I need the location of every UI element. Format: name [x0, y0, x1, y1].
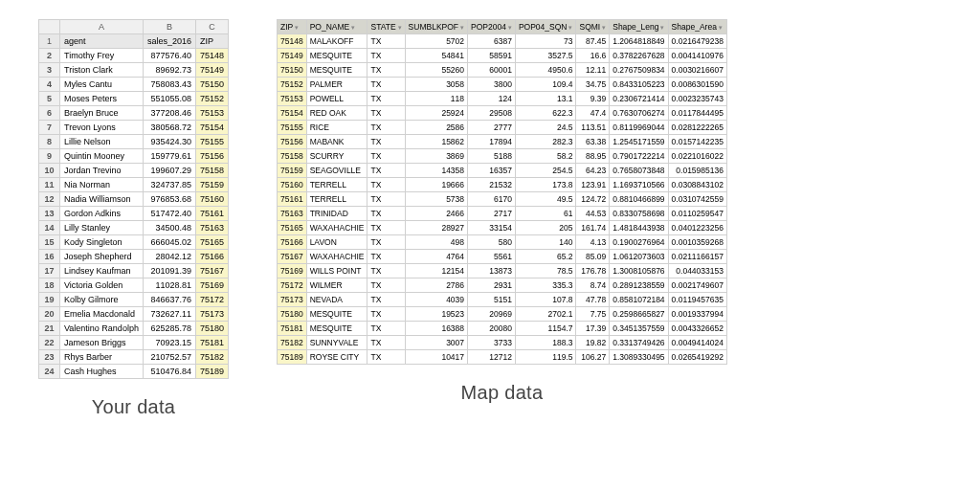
col-header[interactable]: PO_NAME▾ [306, 20, 368, 34]
cell-sumblkpof: 498 [405, 235, 467, 250]
cell-sqmi: 19.82 [576, 336, 610, 350]
cell-pop2004: 6387 [468, 34, 516, 49]
table-row: 23Rhys Barber210752.5775182 [39, 350, 229, 365]
cell-sales: 201091.39 [143, 264, 195, 278]
cell-pop04sqn: 1154.7 [515, 322, 576, 336]
col-header[interactable]: Shape_Leng▾ [610, 20, 668, 34]
filter-icon[interactable]: ▾ [568, 24, 572, 32]
row-number: 9 [39, 149, 60, 164]
cell-zip: 75152 [277, 78, 306, 92]
table-row: 75152PALMERTX30583800109.434.750.8433105… [277, 78, 726, 92]
cell-zip: 75172 [277, 278, 306, 293]
table-row: 75166LAVONTX4985801404.130.19002769640.0… [277, 235, 726, 250]
cell-pop2004: 2777 [468, 121, 516, 135]
cell-pop04sqn: 173.8 [515, 178, 576, 192]
cell-sumblkpof: 12154 [405, 264, 467, 278]
cell-zip: 75181 [195, 336, 228, 350]
cell-state: TX [368, 78, 405, 92]
row-number: 15 [39, 235, 60, 250]
filter-icon[interactable]: ▾ [398, 24, 402, 32]
cell-zip: 75182 [277, 336, 306, 350]
cell-pop2004: 2717 [468, 207, 516, 221]
table-row: 4Myles Cantu758083.4375150 [39, 78, 229, 92]
cell-shapeleng: 0.7658073848 [610, 164, 668, 178]
filter-icon[interactable]: ▾ [460, 24, 464, 32]
cell-sumblkpof: 5702 [405, 34, 467, 49]
table-row: 75163TRINIDADTX246627176144.530.83307586… [277, 207, 726, 221]
cell-sales: 877576.40 [143, 49, 195, 63]
cell-sqmi: 9.39 [576, 92, 610, 106]
table-row: 75155RICETX2586277724.5113.510.811996904… [277, 121, 726, 135]
cell-sqmi: 63.38 [576, 135, 610, 149]
cell-agent: Quintin Mooney [60, 149, 144, 164]
col-header[interactable]: SUMBLKPOF▾ [405, 20, 467, 34]
cell-sales: 976853.68 [143, 192, 195, 207]
cell-zip: 75159 [277, 164, 306, 178]
col-header[interactable]: ZIP▾ [277, 20, 306, 34]
header-zip: ZIP [195, 34, 228, 49]
table-row: 75159SEAGOVILLETX1435816357254.564.230.7… [277, 164, 726, 178]
col-letter: B [143, 20, 195, 34]
cell-state: TX [368, 164, 405, 178]
filter-icon[interactable]: ▾ [508, 24, 512, 32]
cell-shapearea: 0.0281222265 [668, 121, 726, 135]
your-data-table: A B C 1 agent sales_2016 ZIP 2Timothy Fr… [38, 19, 229, 379]
cell-state: TX [368, 221, 405, 235]
cell-sumblkpof: 10417 [405, 350, 467, 365]
cell-sales: 70923.15 [143, 336, 195, 350]
col-header[interactable]: SQMI▾ [576, 20, 610, 34]
table-row: 24Cash Hughes510476.8475189 [39, 365, 229, 379]
cell-sales: 89692.73 [143, 63, 195, 78]
table-row: 75149MESQUITETX54841585913527.516.60.378… [277, 49, 726, 63]
row-number: 8 [39, 135, 60, 149]
filter-icon[interactable]: ▾ [719, 24, 723, 32]
col-header[interactable]: POP2004▾ [468, 20, 516, 34]
cell-pop04sqn: 73 [515, 34, 576, 49]
cell-shapearea: 0.0110259547 [668, 207, 726, 221]
cell-shapeleng: 0.3451357559 [610, 322, 668, 336]
cell-poname: ROYSE CITY [306, 350, 368, 365]
cell-sales: 758083.43 [143, 78, 195, 92]
col-header[interactable]: STATE▾ [368, 20, 405, 34]
filter-icon[interactable]: ▾ [602, 24, 606, 32]
cell-shapeleng: 1.2064818849 [610, 34, 668, 49]
table-row: 75150MESQUITETX55260600014950.612.110.27… [277, 63, 726, 78]
cell-state: TX [368, 336, 405, 350]
cell-poname: WILLS POINT [306, 264, 368, 278]
cell-pop04sqn: 188.3 [515, 336, 576, 350]
cell-poname: MALAKOFF [306, 34, 368, 49]
col-header[interactable]: POP04_SQN▾ [515, 20, 576, 34]
cell-sqmi: 7.75 [576, 307, 610, 322]
cell-sqmi: 16.6 [576, 49, 610, 63]
cell-agent: Kody Singleton [60, 235, 144, 250]
cell-shapeleng: 0.8810466899 [610, 192, 668, 207]
cell-shapearea: 0.0041410976 [668, 49, 726, 63]
cell-shapeleng: 0.3782267628 [610, 49, 668, 63]
table-row: 3Triston Clark89692.7375149 [39, 63, 229, 78]
cell-state: TX [368, 278, 405, 293]
cell-shapearea: 0.0043326652 [668, 322, 726, 336]
cell-sales: 11028.81 [143, 278, 195, 293]
cell-pop04sqn: 24.5 [515, 121, 576, 135]
cell-zip: 75172 [195, 293, 228, 307]
table-row: 9Quintin Mooney159779.6175156 [39, 149, 229, 164]
filter-icon[interactable]: ▾ [351, 24, 355, 32]
table-row: 11Nia Norman324737.8575159 [39, 178, 229, 192]
filter-icon[interactable]: ▾ [660, 24, 664, 32]
cell-sales: 28042.12 [143, 250, 195, 264]
filter-icon[interactable]: ▾ [295, 24, 299, 32]
row-number: 23 [39, 350, 60, 365]
table-row: 7Trevon Lyons380568.7275154 [39, 121, 229, 135]
cell-agent: Nadia Williamson [60, 192, 144, 207]
cell-pop2004: 60001 [468, 63, 516, 78]
table-row: 12Nadia Williamson976853.6875160 [39, 192, 229, 207]
row-number: 17 [39, 264, 60, 278]
row-number: 3 [39, 63, 60, 78]
cell-zip: 75150 [277, 63, 306, 78]
cell-sqmi: 17.39 [576, 322, 610, 336]
cell-sales: 732627.11 [143, 307, 195, 322]
cell-shapeleng: 0.8330758698 [610, 207, 668, 221]
cell-pop04sqn: 140 [515, 235, 576, 250]
cell-sumblkpof: 14358 [405, 164, 467, 178]
col-header[interactable]: Shape_Area▾ [668, 20, 726, 34]
